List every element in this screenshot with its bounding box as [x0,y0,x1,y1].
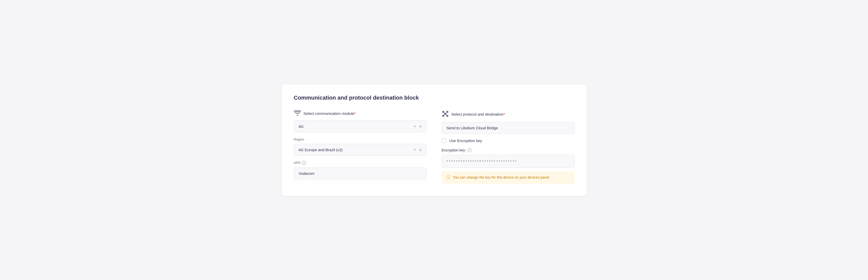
region-clear-icon[interactable]: × [414,148,416,152]
required-star-right: * [503,112,505,116]
region-label: Region [294,137,427,141]
hub-icon [442,110,449,118]
two-column-layout: Select communication module* 4G × ∨ Regi… [294,110,575,184]
communication-module-header: Select communication module* [294,110,427,117]
svg-line-5 [443,112,444,113]
wifi-icon [294,110,301,117]
communication-protocol-card: Communication and protocol destination b… [282,84,587,196]
info-banner: ⓘ You can change the key for this device… [442,171,575,184]
apn-input[interactable] [294,167,427,179]
communication-module-chevron-icon[interactable]: ∨ [419,124,422,128]
protocol-destination-label: Select protocol and destination* [452,112,505,116]
encryption-key-input[interactable] [442,155,575,168]
communication-module-clear-icon[interactable]: × [414,124,416,128]
use-encryption-checkbox[interactable] [442,138,446,143]
svg-point-0 [444,113,446,114]
apn-label: APN i [294,161,427,165]
apn-info-icon[interactable]: i [302,161,306,165]
info-banner-text: You can change the key for this device o… [453,175,549,179]
svg-line-8 [446,114,447,115]
communication-module-controls: × ∨ [414,124,422,128]
info-banner-icon: ⓘ [446,175,451,180]
svg-point-1 [442,111,444,112]
region-value: 4G Europe and Brazil (v2) [299,148,343,152]
svg-point-3 [442,115,444,116]
svg-point-2 [446,111,448,112]
communication-module-label: Select communication module* [304,111,356,116]
svg-line-6 [446,112,447,113]
required-star: * [354,111,356,116]
card-title: Communication and protocol destination b… [294,95,575,101]
svg-line-7 [443,114,444,115]
region-controls: × ∨ [414,148,422,152]
right-column: Select protocol and destination* Send to… [442,110,575,184]
region-chevron-icon[interactable]: ∨ [419,148,422,152]
encryption-key-label: Encryption key: i [442,148,575,152]
communication-module-value: 4G [299,124,304,129]
communication-module-select[interactable]: 4G × ∨ [294,120,427,132]
destination-display: Send to Libelium Cloud Bridge [442,122,575,134]
encryption-key-info-icon[interactable]: i [467,148,471,152]
protocol-destination-header: Select protocol and destination* [442,110,575,118]
region-select[interactable]: 4G Europe and Brazil (v2) × ∨ [294,144,427,156]
use-encryption-row: Use Encryption key [442,138,575,143]
left-column: Select communication module* 4G × ∨ Regi… [294,110,427,184]
svg-point-4 [446,115,448,116]
use-encryption-label: Use Encryption key [450,138,482,143]
